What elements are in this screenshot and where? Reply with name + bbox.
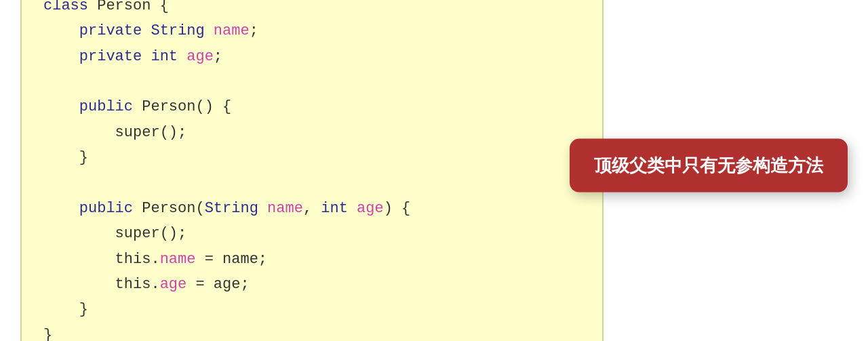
code-line-5: public Person() { bbox=[43, 94, 580, 119]
code-line-12: this.age = age; bbox=[43, 272, 580, 297]
code-line-9: public Person(String name, int age) { bbox=[43, 196, 580, 221]
keyword-class: class bbox=[43, 0, 97, 14]
field-name: name bbox=[214, 22, 250, 39]
keyword-private-2: private bbox=[43, 48, 151, 65]
code-line-11: this.name = name; bbox=[43, 247, 580, 272]
code-line-13: } bbox=[43, 297, 580, 322]
constructor-with-args-close: ) { bbox=[384, 200, 411, 217]
code-line-10: super(); bbox=[43, 221, 580, 246]
param-age: age bbox=[357, 200, 384, 217]
semicolon-2: ; bbox=[214, 48, 222, 65]
code-line-3: private int age; bbox=[43, 44, 580, 69]
code-line-4 bbox=[43, 69, 580, 94]
code-line-8 bbox=[43, 171, 580, 196]
constructor-with-args-open: Person( bbox=[142, 200, 204, 217]
this-name: name bbox=[160, 251, 196, 268]
type-int: int bbox=[151, 48, 186, 65]
code-line-6: super(); bbox=[43, 120, 580, 145]
keyword-public-1: public bbox=[43, 98, 142, 115]
field-age: age bbox=[186, 48, 214, 65]
main-container: class Person { private String name; priv… bbox=[0, 0, 868, 341]
annotation-box: 顶级父类中只有无参构造方法 bbox=[570, 138, 848, 192]
keyword-private-1: private bbox=[43, 22, 151, 39]
semicolon-1: ; bbox=[250, 22, 258, 39]
type-string-param: String bbox=[205, 200, 267, 217]
comma-space: , bbox=[303, 200, 321, 217]
code-line-14: } bbox=[43, 323, 580, 341]
class-name: Person { bbox=[97, 0, 169, 14]
this-age: age bbox=[160, 276, 187, 293]
param-name: name bbox=[267, 200, 303, 217]
keyword-public-2: public bbox=[43, 200, 142, 217]
annotation-text: 顶级父类中只有无参构造方法 bbox=[594, 155, 823, 175]
code-block: class Person { private String name; priv… bbox=[20, 0, 604, 341]
type-string: String bbox=[151, 22, 213, 39]
code-line-7: } bbox=[43, 145, 580, 170]
code-line-1: class Person { bbox=[43, 0, 580, 18]
constructor-no-arg: Person() { bbox=[142, 98, 231, 115]
type-int-param: int bbox=[321, 200, 357, 217]
code-line-2: private String name; bbox=[43, 18, 580, 43]
